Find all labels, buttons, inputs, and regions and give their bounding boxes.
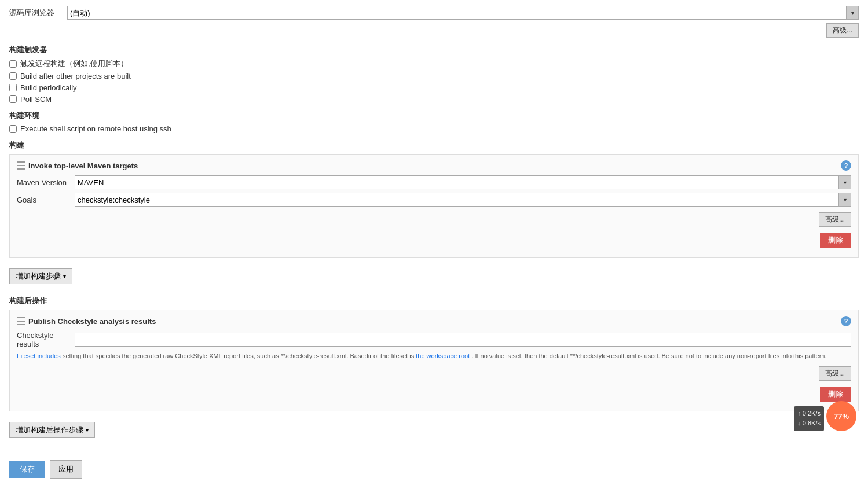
trigger-after-other-row: Build after other projects are built [9,72,859,80]
fileset-includes-link[interactable]: Fileset includes [17,352,61,359]
post-build-help-icon[interactable]: ? [841,316,851,326]
source-browser-row: 源码库浏览器 (自动) ▾ [9,6,859,20]
post-build-delete-button[interactable]: 删除 [820,387,851,402]
build-triggers-title: 构建触发器 [9,45,859,55]
add-post-build-step-arrow-icon: ▾ [86,427,89,433]
maven-version-label: Maven Version [17,178,75,187]
build-env-title: 构建环境 [9,111,859,121]
goals-input[interactable]: checkstyle:checkstyle [75,193,851,207]
network-down: ↓ 0.8K/s [797,418,821,429]
post-build-block-title-text: Publish Checkstyle analysis results [28,317,156,326]
trigger-after-other-checkbox[interactable] [9,72,17,80]
trigger-periodic-label: Build periodically [20,83,77,92]
maven-version-select-wrapper[interactable]: MAVEN ▾ [75,175,851,189]
checkstyle-results-input[interactable] [75,333,851,347]
source-browser-label: 源码库浏览器 [9,8,67,18]
build-advanced-button[interactable]: 高级... [819,212,851,227]
add-build-step-label: 增加构建步骤 [16,271,61,281]
source-browser-select[interactable]: (自动) [67,6,859,20]
help-text-suffix: . If no value is set, then the default *… [471,352,826,359]
env-ssh-checkbox[interactable] [9,125,17,133]
post-build-title: 构建后操作 [9,296,859,306]
build-action-row: 高级... [17,212,851,227]
trigger-after-other-label: Build after other projects are built [20,72,131,80]
help-text-body: setting that specifies the generated raw… [63,352,416,359]
checkstyle-help-text: Fileset includes setting that specifies … [17,352,851,361]
workspace-root-link[interactable]: the workspace root [416,352,470,359]
build-delete-button[interactable]: 删除 [820,233,851,248]
add-build-step-arrow-icon: ▾ [63,273,66,280]
maven-version-row: Maven Version MAVEN ▾ [17,175,851,189]
source-browser-advanced-row: 高级... [9,23,859,38]
goals-input-wrapper[interactable]: checkstyle:checkstyle ▾ [75,193,851,207]
checkstyle-results-label: Checkstyle results [17,331,75,348]
trigger-poll-scm-row: Poll SCM [9,95,859,104]
checkstyle-results-row: Checkstyle results [17,331,851,348]
network-stats: ↑ 0.2K/s ↓ 0.8K/s [794,406,824,431]
trigger-remote-label: 触发远程构建（例如,使用脚本） [20,58,128,69]
source-browser-select-wrapper[interactable]: (自动) ▾ [67,6,859,20]
source-browser-advanced-button[interactable]: 高级... [826,23,859,38]
post-build-action-row: 高级... [17,366,851,381]
post-build-delete-row: 删除 [17,384,851,402]
env-ssh-label: Execute shell script on remote host usin… [20,124,171,133]
network-indicator[interactable]: 77% [826,401,856,431]
post-build-drag-handle[interactable] [17,317,25,325]
build-help-icon[interactable]: ? [841,160,851,171]
trigger-poll-scm-checkbox[interactable] [9,95,17,103]
network-percent: 77% [834,412,849,421]
add-post-build-step-button[interactable]: 增加构建后操作步骤 ▾ [9,422,95,438]
main-content: 源码库浏览器 (自动) ▾ 高级... 构建触发器 触发远程构建（例如,使用脚本… [0,0,868,489]
trigger-poll-scm-label: Poll SCM [20,95,52,104]
build-drag-handle[interactable] [17,161,25,170]
trigger-remote-row: 触发远程构建（例如,使用脚本） [9,58,859,69]
post-build-advanced-button[interactable]: 高级... [819,366,851,381]
network-up: ↑ 0.2K/s [797,409,821,419]
trigger-periodic-checkbox[interactable] [9,84,17,91]
build-block-title-row: Invoke top-level Maven targets ? [17,160,851,171]
build-title: 构建 [9,140,859,150]
maven-version-select[interactable]: MAVEN [75,175,851,189]
footer-bar: 保存 应用 [9,454,859,484]
build-block: Invoke top-level Maven targets ? Maven V… [9,154,859,258]
apply-button[interactable]: 应用 [50,460,82,479]
add-post-build-step-wrapper: 增加构建后操作步骤 ▾ [9,417,859,443]
post-build-block: Publish Checkstyle analysis results ? Ch… [9,310,859,411]
post-build-block-title-row: Publish Checkstyle analysis results ? [17,316,851,326]
trigger-remote-checkbox[interactable] [9,60,17,68]
goals-row: Goals checkstyle:checkstyle ▾ [17,193,851,207]
add-build-step-wrapper: 增加构建步骤 ▾ [9,263,859,289]
save-button[interactable]: 保存 [9,461,45,478]
env-ssh-row: Execute shell script on remote host usin… [9,124,859,133]
build-block-title-text: Invoke top-level Maven targets [28,161,138,170]
build-delete-row: 删除 [17,230,851,248]
add-build-step-button[interactable]: 增加构建步骤 ▾ [9,268,72,284]
trigger-periodic-row: Build periodically [9,83,859,92]
add-post-build-step-label: 增加构建后操作步骤 [16,425,83,435]
goals-label: Goals [17,196,75,204]
